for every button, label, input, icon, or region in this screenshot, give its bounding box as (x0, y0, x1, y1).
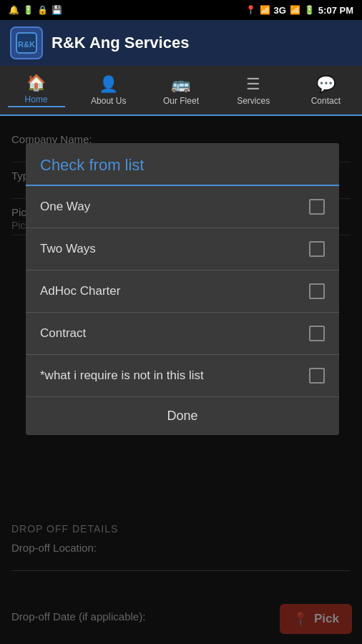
checkbox-item-adhoc[interactable]: AdHoc Charter (26, 270, 339, 313)
checkbox-box-one-way[interactable] (309, 199, 325, 215)
checkbox-box-not-in-list[interactable] (309, 368, 325, 384)
status-icons: 🔔 🔋 🔒 💾 (9, 5, 62, 15)
checkbox-item-contract[interactable]: Contract (26, 313, 339, 355)
nav-label-contact: Contact (311, 96, 341, 106)
wifi-icon: 📶 (260, 5, 270, 15)
dialog-header: Check from list (26, 143, 339, 186)
checkbox-item-two-ways[interactable]: Two Ways (26, 228, 339, 270)
checkbox-label-two-ways: Two Ways (40, 241, 309, 257)
checkbox-item-one-way[interactable]: One Way (26, 186, 339, 228)
sd-icon: 💾 (52, 5, 62, 15)
lock-icon: 🔒 (37, 5, 48, 15)
app-title: R&K Ang Services (52, 34, 189, 52)
nav-item-fleet[interactable]: 🚌 Our Fleet (152, 75, 210, 106)
checkbox-box-two-ways[interactable] (309, 241, 325, 257)
nav-label-home: Home (25, 94, 48, 104)
checkbox-item-not-in-list[interactable]: *what i require is not in this list (26, 355, 339, 397)
notification-icon: 🔔 (9, 5, 19, 15)
about-icon: 👤 (99, 75, 118, 94)
checkbox-box-adhoc[interactable] (309, 283, 325, 299)
fleet-icon: 🚌 (171, 75, 190, 94)
app-logo: R&K (10, 26, 43, 59)
nav-label-fleet: Our Fleet (163, 96, 199, 106)
check-from-list-dialog: Check from list One Way Two Ways AdHoc C… (26, 143, 339, 435)
contact-icon: 💬 (316, 75, 336, 94)
nav-bar: 🏠 Home 👤 About Us 🚌 Our Fleet ☰ Services… (0, 66, 362, 116)
checkbox-label-not-in-list: *what i require is not in this list (40, 368, 309, 384)
services-icon: ☰ (246, 75, 260, 94)
nav-item-contact[interactable]: 💬 Contact (297, 75, 354, 106)
dialog-title: Check from list (40, 156, 144, 174)
nav-item-home[interactable]: 🏠 Home (8, 74, 65, 107)
app-header: R&K R&K Ang Services (0, 20, 362, 66)
nav-label-about: About Us (91, 96, 126, 106)
battery-low-icon: 🔋 (23, 5, 34, 15)
location-icon: 📍 (245, 5, 256, 15)
status-right-icons: 📍 📶 3G 📶 🔋 5:07 PM (245, 5, 353, 16)
checkbox-label-one-way: One Way (40, 199, 309, 215)
nav-item-about[interactable]: 👤 About Us (80, 75, 137, 106)
checkbox-label-adhoc: AdHoc Charter (40, 283, 309, 299)
home-icon: 🏠 (26, 74, 46, 92)
done-button[interactable]: Done (37, 409, 328, 424)
dialog-footer: Done (26, 397, 339, 435)
nav-item-services[interactable]: ☰ Services (225, 75, 282, 106)
checkbox-list: One Way Two Ways AdHoc Charter Contract … (26, 186, 339, 397)
time-display: 5:07 PM (318, 5, 353, 16)
nav-label-services: Services (237, 96, 270, 106)
network-label: 3G (274, 5, 286, 16)
checkbox-box-contract[interactable] (309, 326, 325, 341)
signal-icon: 📶 (290, 5, 300, 15)
battery-icon: 🔋 (304, 5, 315, 15)
status-bar: 🔔 🔋 🔒 💾 📍 📶 3G 📶 🔋 5:07 PM (0, 0, 362, 20)
svg-text:R&K: R&K (18, 40, 35, 49)
checkbox-label-contract: Contract (40, 326, 309, 341)
